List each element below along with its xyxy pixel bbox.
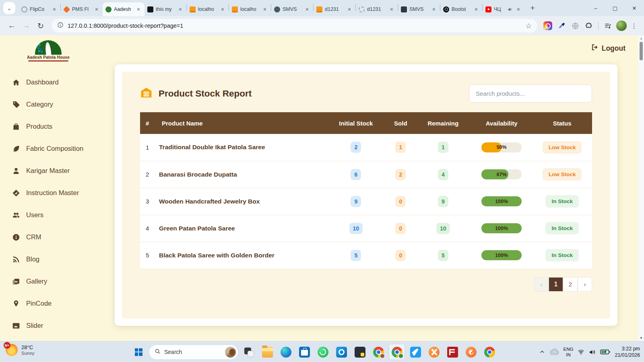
extensions-puzzle-icon[interactable] [582,19,595,32]
reload-button[interactable]: ↻ [34,19,47,33]
pagination-page-2[interactable]: 2 [563,277,578,292]
new-tab-button[interactable]: + [527,2,538,14]
chrome-profile-1-profile-badge [380,353,385,359]
start-button[interactable] [130,344,147,360]
window-controls: – ▢ ✕ [586,0,644,16]
tab-close-icon[interactable]: ✕ [304,6,310,12]
taskbar-app-chrome-profile-2-icon[interactable] [389,344,405,360]
tab-close-icon[interactable]: ✕ [177,6,184,12]
tab-title: Aadesh [114,6,133,12]
scroll-up-arrow[interactable]: ▲ [638,37,644,40]
taskbar-app-xampp-icon[interactable] [426,344,442,360]
taskbar-app-outlook-icon[interactable] [333,344,349,360]
taskbar-app-microsoft-store-icon[interactable] [296,344,312,360]
tab-localho[interactable]: localho✕ [229,2,271,16]
sidebar-item-gallery[interactable]: Gallery [0,270,105,292]
sidebar-item-users[interactable]: Users [0,204,105,226]
info-icon [12,233,20,241]
tab-smvs[interactable]: SMVS✕ [271,2,313,16]
pagination-next[interactable]: › [578,277,592,292]
taskbar-app-task-view-icon[interactable] [241,344,257,360]
table-row: 5Black Patola Saree with Golden Border50… [140,242,592,269]
minimize-button[interactable]: – [586,0,605,16]
clock[interactable]: 3:22 pm 21/01/2026 [615,346,640,359]
tray-chevron-up-icon[interactable] [539,349,545,355]
address-bar[interactable]: 127.0.0.1:8000/product-stock-report?page… [52,19,537,33]
profile-avatar[interactable] [615,19,628,32]
browser-menu-icon[interactable]: ⋮ [629,22,639,30]
taskbar-app-vscode-icon[interactable] [407,344,423,360]
wifi-icon[interactable] [578,349,584,356]
taskbar-app-edge-icon[interactable] [278,344,294,360]
tab-smvs[interactable]: SMVS✕ [398,2,440,16]
tab-audio-icon[interactable] [508,7,513,12]
media-controls-icon[interactable] [601,19,614,32]
sidebar-item-slider[interactable]: Slider [0,315,105,337]
tab-localho[interactable]: localho✕ [187,2,229,16]
logout-button[interactable]: Logout [591,43,625,53]
taskbar-app-postman-icon[interactable] [463,344,479,360]
search-input[interactable] [469,84,592,103]
scroll-down-arrow[interactable]: ▼ [638,336,644,340]
sidebar-item-pincode[interactable]: PinCode [0,292,105,315]
taskbar-app-file-explorer-icon[interactable] [259,344,275,360]
taskbar-app-filezilla-icon[interactable] [444,344,460,360]
tab-pms-fl[interactable]: PMS Fl✕ [61,2,103,16]
tab-close-icon[interactable]: ✕ [515,6,522,12]
taskbar-app-whatsapp-icon[interactable] [315,344,331,360]
tab-close-icon[interactable]: ✕ [51,6,58,12]
favicon-gray-ring [359,6,365,12]
sidebar-item-karigar-master[interactable]: Karigar Master [0,160,105,182]
site-logo[interactable]: Aadesh Patola House [14,40,83,62]
taskbar-search[interactable]: Search [149,345,238,360]
tab-title: FlipCo [30,6,49,12]
tab-d1231[interactable]: d1231✕ [356,2,398,16]
tab--[interactable]: ЧЦ✕ [483,2,524,16]
page-scrollbar[interactable]: ▲ ▼ [638,35,644,341]
tab-close-icon[interactable]: ✕ [135,6,142,12]
tab-close-icon[interactable]: ✕ [431,6,437,12]
sidebar-item-instruction-master[interactable]: Instruction Master [0,182,105,204]
globe-extension-icon[interactable] [569,19,582,32]
tab-close-icon[interactable]: ✕ [219,6,226,12]
sidebar-item-products[interactable]: Products [0,115,105,138]
taskbar-app-chrome-secondary-icon[interactable] [481,344,497,360]
tab-close-icon[interactable]: ✕ [262,6,268,12]
sidebar-item-category[interactable]: Category [0,93,105,115]
sidebar-item-blog[interactable]: Blog [0,248,105,270]
pagination-page-1[interactable]: 1 [549,277,563,292]
tab-search-button[interactable]: ⌄ [3,2,15,14]
taskbar-app-notepad-icon[interactable] [352,344,368,360]
tab-close-icon[interactable]: ✕ [93,6,100,12]
onedrive-cloud-icon[interactable] [549,349,559,355]
tab-flipco[interactable]: FlipCo✕ [19,2,60,16]
tab-d1231[interactable]: d1231✕ [314,2,355,16]
close-button[interactable]: ✕ [625,0,644,16]
eyedropper-icon[interactable] [555,19,568,32]
sidebar-item-label: CRM [26,233,41,241]
language-indicator[interactable]: ENG IN [564,346,574,358]
site-info-icon[interactable] [57,22,64,30]
sidebar-item-crm[interactable]: CRM [0,226,105,248]
tab-close-icon[interactable]: ✕ [388,6,395,12]
tab-close-icon[interactable]: ✕ [473,6,479,12]
pagination-previous[interactable]: ‹ [534,277,549,292]
favicon-phpmyadmin [190,6,196,12]
forward-button[interactable]: → [19,19,33,33]
scrollbar-thumb[interactable] [640,42,643,60]
bookmark-star-icon[interactable]: ☆ [526,22,532,30]
tab-close-icon[interactable]: ✕ [346,6,353,12]
back-button[interactable]: ← [5,19,19,33]
tab-aadesh-active[interactable]: Aadesh✕ [103,2,144,16]
battery-charging-icon[interactable] [600,349,610,355]
sidebar-item-dashboard[interactable]: Dashboard [0,71,105,93]
sidebar-item-fabric-composition[interactable]: Fabric Composition [0,138,105,160]
weather-widget[interactable]: 9+ 28°C Sunny [6,344,35,356]
volume-icon[interactable] [589,349,596,356]
extension-camera-icon[interactable] [541,19,554,32]
maximize-button[interactable]: ▢ [605,0,625,16]
taskbar-app-chrome-profile-1-icon[interactable] [370,344,386,360]
column-header-remaining: Remaining [415,112,471,134]
tab-this-my[interactable]: this my✕ [144,2,186,16]
tab-bootst[interactable]: Bootst✕ [440,2,482,16]
